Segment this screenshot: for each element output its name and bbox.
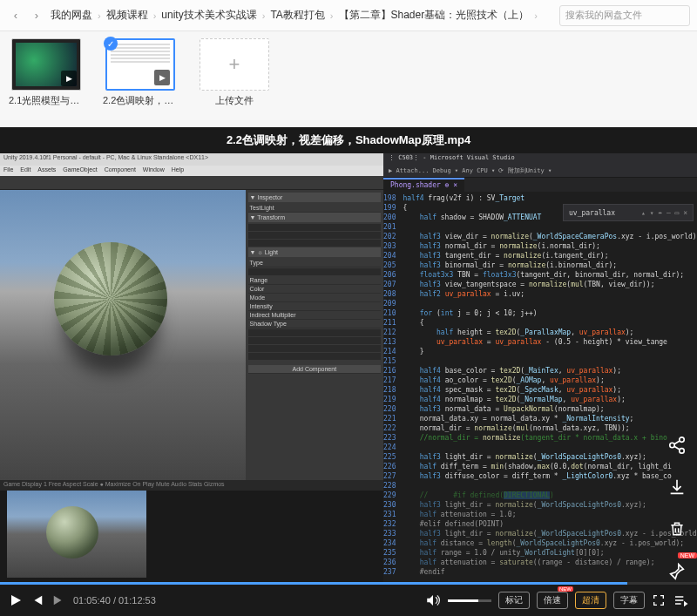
vs-toolbar: ▶ Attach... Debug ▾ Any CPU ▾ ⟳ 附加到Unity… bbox=[383, 166, 697, 178]
chevron-icon: › bbox=[330, 10, 334, 21]
volume-button[interactable] bbox=[425, 592, 441, 608]
new-badge: NEW bbox=[678, 552, 697, 558]
play-icon: ▶ bbox=[154, 70, 170, 85]
breadcrumbs: 我的网盘 › 视频课程 › unity技术美术实战课 › TA教程打包 › 【第… bbox=[51, 8, 554, 23]
upload-button[interactable]: + 上传文件 bbox=[197, 38, 272, 120]
nav-back[interactable]: ‹ bbox=[7, 7, 24, 24]
find-panel: uv_parallax ▴ ▾ ⬌ — ▭ × bbox=[563, 204, 694, 221]
side-actions: NEW bbox=[664, 432, 690, 584]
svg-point-1 bbox=[670, 443, 675, 448]
file-grid: ▶ 2.1光照模型与法... ✓ ▶ 2.2色调映射，视... + 上传文件 bbox=[0, 31, 697, 127]
svg-point-0 bbox=[680, 437, 685, 443]
file-label: 2.2色调映射，视... bbox=[103, 94, 178, 107]
video-viewport[interactable]: Unity 2019.4.10f1 Personal - default - P… bbox=[0, 153, 697, 585]
search-input[interactable]: 搜索我的网盘文件 bbox=[559, 5, 690, 26]
unity-inspector: ▼ Inspector TestLight ▼ Transform ▼ ☼ Li… bbox=[246, 190, 383, 480]
crumb-1[interactable]: 视频课程 bbox=[106, 8, 148, 23]
sphere-mesh bbox=[54, 242, 167, 355]
unity-menubar: FileEditAssetsGameObjectComponentWindowH… bbox=[0, 166, 383, 176]
video-player: 2.2色调映射，视差偏移，ShadowMap原理.mp4 Unity 2019.… bbox=[0, 127, 697, 616]
line-numbers: 1981992002012022032042052062072082092102… bbox=[383, 192, 399, 585]
file-label: 2.1光照模型与法... bbox=[9, 94, 84, 107]
vs-tabs: Phong.shader ⊕ × bbox=[383, 178, 697, 192]
svg-point-2 bbox=[680, 449, 685, 454]
video-thumbnail: ▶ bbox=[11, 38, 81, 91]
play-button[interactable] bbox=[9, 593, 23, 607]
breadcrumb-bar: ‹ › 我的网盘 › 视频课程 › unity技术美术实战课 › TA教程打包 … bbox=[0, 0, 697, 31]
video-title: 2.2色调映射，视差偏移，ShadowMap原理.mp4 bbox=[0, 127, 697, 153]
upload-label: 上传文件 bbox=[197, 94, 272, 107]
subtitle-button[interactable]: 字幕 bbox=[613, 592, 645, 609]
chevron-icon: › bbox=[534, 10, 538, 21]
playlist-button[interactable] bbox=[673, 593, 688, 607]
file-item-video-2[interactable]: ✓ ▶ 2.2色调映射，视... bbox=[103, 38, 178, 120]
share-button[interactable] bbox=[664, 432, 690, 458]
mark-button[interactable]: 标记 bbox=[498, 592, 530, 609]
vs-tab-active: Phong.shader ⊕ × bbox=[383, 178, 464, 192]
video-controls: 01:05:40 / 01:12:53 标记 倍速NEW 超清 字幕 bbox=[0, 585, 697, 616]
chevron-icon: › bbox=[98, 10, 101, 21]
visual-studio: ⋮ C503⋮ - Microsoft Visual Studio ▶ Atta… bbox=[383, 153, 697, 585]
vs-window-title: ⋮ C503⋮ - Microsoft Visual Studio bbox=[383, 153, 697, 166]
nav-forward[interactable]: › bbox=[28, 7, 45, 24]
crumb-2[interactable]: unity技术美术实战课 bbox=[161, 8, 256, 23]
plus-icon: + bbox=[200, 38, 269, 91]
crumb-0[interactable]: 我的网盘 bbox=[51, 8, 92, 23]
chevron-icon: › bbox=[262, 10, 266, 21]
prev-button[interactable] bbox=[31, 594, 44, 606]
unity-editor: Unity 2019.4.10f1 Personal - default - P… bbox=[0, 153, 383, 585]
code-editor: 1981992002012022032042052062072082092102… bbox=[383, 192, 697, 585]
code-text: half4 frag(v2f i) : SV_Target{ half shad… bbox=[399, 192, 697, 585]
check-icon: ✓ bbox=[104, 37, 118, 51]
crumb-4[interactable]: 【第二章】Shader基础：光照技术（上） bbox=[339, 8, 530, 23]
unity-game-view: Game Display 1 Free Aspect Scale ● Maxim… bbox=[0, 480, 383, 585]
next-button[interactable] bbox=[52, 594, 64, 606]
download-button[interactable] bbox=[664, 474, 690, 500]
fullscreen-button[interactable] bbox=[652, 593, 666, 607]
unity-toolbar bbox=[0, 176, 383, 190]
crumb-3[interactable]: TA教程打包 bbox=[270, 8, 324, 23]
file-item-video-1[interactable]: ▶ 2.1光照模型与法... bbox=[9, 38, 84, 120]
speed-button[interactable]: 倍速NEW bbox=[537, 592, 568, 609]
time-display: 01:05:40 / 01:12:53 bbox=[73, 595, 156, 606]
quality-button[interactable]: 超清 bbox=[575, 592, 606, 609]
unity-window-title: Unity 2019.4.10f1 Personal - default - P… bbox=[0, 153, 383, 166]
delete-button[interactable] bbox=[664, 516, 690, 542]
unity-scene-view bbox=[0, 190, 246, 480]
video-thumbnail-selected: ✓ ▶ bbox=[105, 38, 175, 91]
chevron-icon: › bbox=[153, 10, 157, 21]
pin-button[interactable]: NEW bbox=[664, 558, 690, 584]
play-icon: ▶ bbox=[61, 71, 77, 86]
